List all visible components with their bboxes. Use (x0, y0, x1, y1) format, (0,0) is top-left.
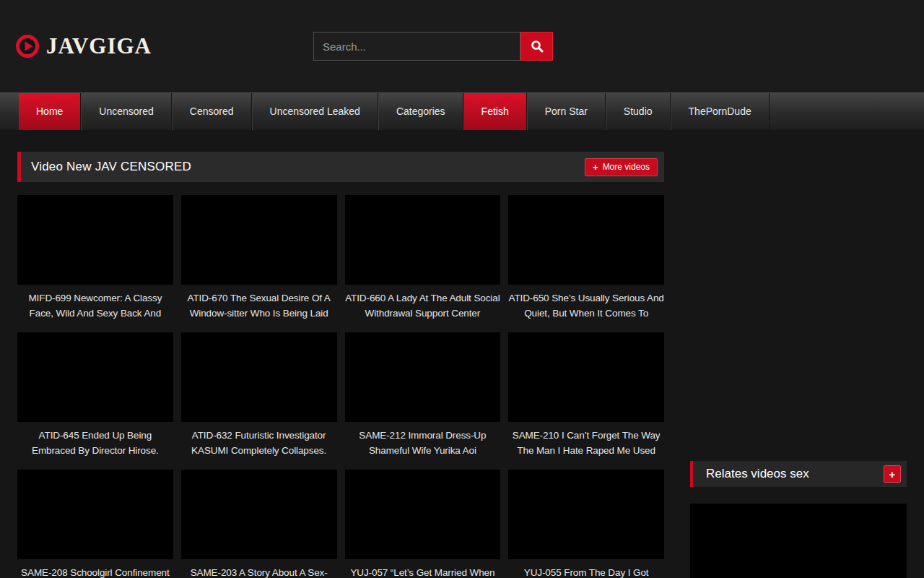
video-card: SAME-210 I Can’t Forget The Way The Man … (508, 332, 664, 458)
nav-item-uncensored[interactable]: Uncensored (81, 93, 172, 130)
video-card: YUJ-057 “Let’s Get Married When (345, 470, 501, 578)
video-card: ATID-660 A Lady At The Adult Social With… (345, 195, 501, 321)
site-logo[interactable]: JAVGIGA (16, 33, 152, 59)
section-title: Video New JAV CENSORED (31, 160, 191, 174)
video-title[interactable]: YUJ-055 From The Day I Got (508, 565, 664, 578)
nav-item-home[interactable]: Home (19, 93, 81, 130)
video-title[interactable]: ATID-670 The Sexual Desire Of A Window-s… (181, 290, 337, 321)
sidebar: Relates videos sex + (690, 152, 907, 578)
nav-item-studio[interactable]: Studio (606, 93, 671, 130)
nav-item-uncensored-leaked[interactable]: Uncensored Leaked (252, 93, 378, 130)
site-logo-text: JAVGIGA (46, 33, 152, 59)
video-thumbnail[interactable] (345, 332, 501, 422)
content-area: Video New JAV CENSORED + More videos MIF… (0, 130, 924, 578)
video-card: ATID-650 She’s Usually Serious And Quiet… (508, 195, 664, 321)
video-thumbnail[interactable] (17, 195, 173, 285)
search-icon (531, 40, 544, 53)
more-videos-button[interactable]: + More videos (585, 158, 658, 176)
play-circle-icon (16, 35, 39, 58)
nav-item-categories[interactable]: Categories (378, 93, 463, 130)
video-card: ATID-670 The Sexual Desire Of A Window-s… (181, 195, 337, 321)
video-thumbnail[interactable] (508, 332, 664, 422)
video-thumbnail[interactable] (181, 195, 337, 285)
video-card: MIFD-699 Newcomer: A Classy Face, Wild A… (17, 195, 173, 321)
section-header: Video New JAV CENSORED + More videos (17, 152, 664, 182)
sidebar-more-button[interactable]: + (884, 465, 901, 483)
search-button[interactable] (520, 32, 553, 61)
sidebar-section-title: Relates videos sex (706, 467, 809, 481)
plus-icon: + (593, 163, 598, 172)
video-title[interactable]: SAME-210 I Can’t Forget The Way The Man … (508, 428, 664, 458)
video-thumbnail[interactable] (17, 470, 173, 559)
sidebar-video-thumbnail[interactable] (690, 504, 907, 578)
video-thumbnail[interactable] (181, 470, 337, 559)
page: JAVGIGA Home Uncensored Censored Uncenso… (0, 0, 924, 578)
nav-item-fetish[interactable]: Fetish (463, 93, 527, 130)
video-card: SAME-203 A Story About A Sex- (181, 470, 337, 578)
video-thumbnail[interactable] (508, 195, 664, 285)
video-thumbnail[interactable] (181, 332, 337, 422)
video-title[interactable]: ATID-660 A Lady At The Adult Social With… (345, 290, 501, 321)
video-thumbnail[interactable] (345, 195, 501, 285)
plus-icon: + (889, 468, 896, 480)
video-thumbnail[interactable] (17, 332, 173, 422)
video-title[interactable]: SAME-203 A Story About A Sex- (181, 565, 337, 578)
main-nav: Home Uncensored Censored Uncensored Leak… (0, 92, 924, 130)
video-title[interactable]: MIFD-699 Newcomer: A Classy Face, Wild A… (17, 290, 173, 321)
video-card: SAME-212 Immoral Dress-Up Shameful Wife … (345, 332, 501, 458)
video-card: ATID-632 Futuristic Investigator KASUMI … (181, 332, 337, 458)
sidebar-section-header: Relates videos sex + (690, 461, 907, 487)
nav-item-censored[interactable]: Censored (172, 93, 252, 130)
video-title[interactable]: SAME-208 Schoolgirl Confinement (17, 565, 173, 578)
video-title[interactable]: YUJ-057 “Let’s Get Married When (345, 565, 501, 578)
search-bar (313, 32, 553, 61)
video-title[interactable]: SAME-212 Immoral Dress-Up Shameful Wife … (345, 428, 501, 458)
video-card: YUJ-055 From The Day I Got (508, 470, 664, 578)
nav-item-theporndude[interactable]: ThePornDude (671, 93, 770, 130)
video-thumbnail[interactable] (345, 470, 501, 559)
video-card: SAME-208 Schoolgirl Confinement (17, 470, 173, 578)
video-title[interactable]: ATID-632 Futuristic Investigator KASUMI … (181, 428, 337, 458)
search-input[interactable] (313, 32, 520, 61)
video-grid: MIFD-699 Newcomer: A Classy Face, Wild A… (17, 195, 664, 578)
nav-item-porn-star[interactable]: Porn Star (527, 93, 606, 130)
video-card: ATID-645 Ended Up Being Embraced By Dire… (17, 332, 173, 458)
video-thumbnail[interactable] (508, 470, 664, 559)
site-header: JAVGIGA (0, 0, 924, 92)
video-title[interactable]: ATID-645 Ended Up Being Embraced By Dire… (17, 428, 173, 458)
more-videos-label: More videos (603, 162, 650, 172)
video-title[interactable]: ATID-650 She’s Usually Serious And Quiet… (508, 290, 664, 321)
main-column: Video New JAV CENSORED + More videos MIF… (17, 152, 664, 578)
